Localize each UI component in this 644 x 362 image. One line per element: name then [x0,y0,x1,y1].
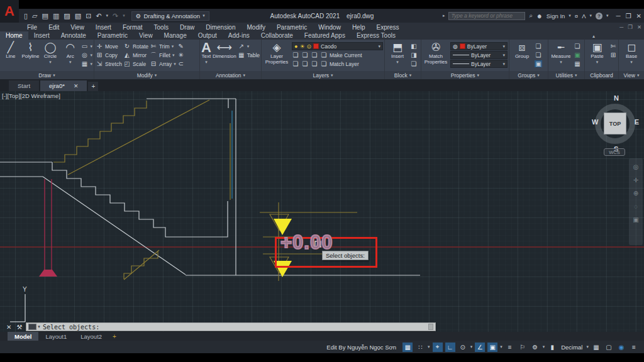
quick-calc-button[interactable]: ▦ [574,60,581,68]
layer-lock-icon[interactable]: ❏ [320,52,328,58]
move-button[interactable]: ✛ Move [96,42,122,50]
circle-button[interactable]: ◯ Circle ▾ [41,41,60,64]
block-attributes-button[interactable]: ❏ [410,60,418,68]
match-layer-button[interactable]: Match Layer [330,61,359,67]
osnap-tracking-toggle[interactable]: ∠ [475,343,485,352]
command-history-icon[interactable] [28,324,36,330]
units-icon[interactable]: ▮ [547,343,557,352]
hardware-acceleration-icon[interactable]: ◉ [616,343,626,352]
osnap-caret-icon[interactable]: ▾ [500,344,502,349]
tab-drawing-ejra0[interactable]: ejra0* ✕ [40,80,87,91]
panel-annotation-label[interactable]: Annotation ▾ [200,71,261,79]
dimension-button[interactable]: ⟷ Dimension [213,41,236,60]
doc-restore-button[interactable]: ❐ [628,24,633,30]
tab-view[interactable]: View [133,31,158,40]
menu-draw[interactable]: Draw [174,24,200,31]
ribbon-minimize-icon[interactable]: ▴ [592,33,595,39]
tab-parametric[interactable]: Parametric [92,31,133,40]
command-close-icon[interactable]: ✕ [6,324,11,331]
ellipse-button[interactable]: ◎ ▾ [81,51,93,59]
command-prompt[interactable]: Select objects: [43,324,99,331]
array-button[interactable]: ⊟ Array ▾ [150,60,176,68]
panel-modify-label[interactable]: Modify ▾ [94,71,199,79]
annotation-monitor-toggle[interactable]: ⚐ [518,343,528,352]
menu-view[interactable]: View [65,24,90,31]
command-drag-grip[interactable] [428,324,433,330]
new-drawing-tab-button[interactable]: + [88,82,98,91]
workspace-gear-icon[interactable]: ⚙ [530,343,540,352]
measure-button[interactable]: ╾ Measure ▾ [550,41,572,64]
cut-button[interactable]: ✄ [609,42,617,50]
tab-layout1[interactable]: Layout1 [38,332,74,341]
panel-layers-label[interactable]: Layers ▾ [262,71,384,79]
scale-button[interactable]: ◰ Scale [123,60,148,68]
wcs-dropdown[interactable]: WCS [604,148,625,156]
snap-mode-toggle[interactable]: ∷ [415,343,425,352]
minimize-button[interactable]: ─ [616,13,621,19]
layer-dropdown[interactable]: ● ☀ ⊙ Caodo ▾ [292,42,383,50]
menu-insert[interactable]: Insert [90,24,117,31]
column-entity[interactable] [39,179,57,277]
panel-properties-label[interactable]: Properties ▾ [421,71,509,79]
tab-express-tools[interactable]: Express Tools [351,31,401,40]
quick-select-button[interactable]: ▣ [574,51,581,59]
line-button[interactable]: ╱ Line [1,41,20,60]
command-line-bar[interactable]: ▾ Select objects: [26,322,436,331]
isolate-objects-icon[interactable]: ▢ [604,343,614,352]
rectangle-button[interactable]: ▭ ▾ [81,42,93,50]
autocad-logo[interactable]: A [0,0,19,23]
group-edit-button[interactable]: ❏ [535,51,542,59]
help-icon[interactable]: ? [596,13,602,19]
stair-olive-entities[interactable] [53,100,230,280]
tab-home[interactable]: Home [0,31,28,40]
viewport-controls[interactable]: [-][Top][2D Wireframe] [2,92,60,99]
polar-caret-icon[interactable]: ▾ [470,344,473,349]
dynamic-input-toggle[interactable]: ⌖ [433,343,443,352]
customization-menu-icon[interactable]: ≡ [629,343,639,352]
menu-tools[interactable]: Tools [148,24,174,31]
text-button[interactable]: A Text ▾ [201,41,211,64]
match-properties-button[interactable]: ✇ Match Properties [423,41,449,65]
layer-unlock-all-icon[interactable]: ❏ [320,60,328,67]
tab-layout2[interactable]: Layout2 [74,332,109,341]
mirror-button[interactable]: ◭ Mirror [123,51,148,59]
search-icon[interactable]: ⌕ [529,12,532,19]
command-customize-icon[interactable]: ⚒ [16,324,22,331]
quick-properties-icon[interactable]: ▦ [591,343,601,352]
viewcube-west[interactable]: W [592,118,598,126]
tab-featured-apps[interactable]: Featured Apps [299,31,351,40]
units-value[interactable]: Decimal [560,344,584,351]
tab-collaborate[interactable]: Collaborate [255,31,299,40]
layer-off-icon[interactable]: ❏ [301,52,309,58]
offset-button[interactable]: ⊂ [177,60,185,68]
tab-start[interactable]: Start [9,80,39,91]
search-expand-icon[interactable]: ▸ [443,13,445,18]
orbit-icon[interactable]: ◌ [634,203,638,210]
snap-caret-icon[interactable]: ▾ [428,344,430,349]
doc-close-button[interactable]: ✕ [637,24,641,30]
id-point-button[interactable]: ❏ [574,42,581,50]
layer-unisolate-icon[interactable]: ❏ [311,60,318,67]
group-selection-button[interactable]: ▣ [535,60,542,68]
panel-view-label[interactable]: View ▾ [619,71,644,79]
menu-window[interactable]: Window [313,24,347,31]
ungroup-button[interactable]: ❏ [535,42,542,50]
copy-clip-button[interactable]: ⊞ [609,51,617,59]
object-snap-toggle[interactable]: ▣ [487,343,497,352]
menu-edit[interactable]: Edit [43,24,65,31]
viewcube-east[interactable]: E [635,118,639,126]
menu-parametric[interactable]: Parametric [271,24,313,31]
close-button[interactable]: ✕ [636,13,641,19]
navigation-bar[interactable]: ◎ ✛ ⊕ ◌ ▣ [629,158,643,245]
sign-in-button[interactable]: Sign In [547,13,565,19]
tab-model[interactable]: Model [8,332,38,341]
panel-block-label[interactable]: Block ▾ [385,71,421,79]
table-button[interactable]: ▦ Table [238,51,260,59]
menu-file[interactable]: File [21,24,43,31]
grid-display-toggle[interactable]: ▦ [402,343,413,352]
tab-manage[interactable]: Manage [158,31,192,40]
base-button[interactable]: ◻ Base ▾ [620,41,643,64]
restore-button[interactable]: ❐ [626,13,631,19]
menu-format[interactable]: Format [117,24,148,31]
showmotion-icon[interactable]: ▣ [633,216,638,223]
